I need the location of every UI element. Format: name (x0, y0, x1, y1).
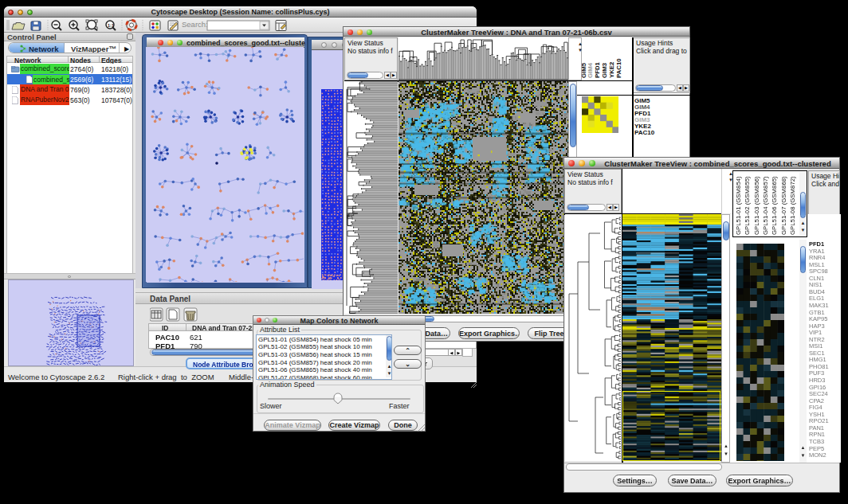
svg-text:PFD1: PFD1 (594, 61, 601, 78)
svg-text:GIM3: GIM3 (601, 62, 608, 78)
svg-text:Search:: Search: (182, 20, 208, 29)
svg-text:PAC10: PAC10 (615, 58, 622, 78)
svg-text:GPL51-04 (GSM857): GPL51-04 (GSM857) (762, 176, 769, 235)
svg-text:YKE2: YKE2 (608, 61, 615, 78)
svg-text:GPL51-08 (GSM872): GPL51-08 (GSM872) (789, 176, 796, 235)
svg-text:GPL51-07 (GSM868): GPL51-07 (GSM868) (780, 176, 787, 235)
svg-text:1:1: 1:1 (108, 23, 114, 28)
svg-text:GPL51-06 (GSM865): GPL51-06 (GSM865) (771, 176, 778, 235)
svg-text:GPL51-03 (GSM856): GPL51-03 (GSM856) (753, 176, 760, 235)
svg-text:GPL51-02 (GSM855): GPL51-02 (GSM855) (744, 176, 751, 235)
svg-text:GIM4: GIM4 (587, 62, 594, 78)
svg-text:GPL51-01 (GSM854): GPL51-01 (GSM854) (735, 176, 742, 235)
